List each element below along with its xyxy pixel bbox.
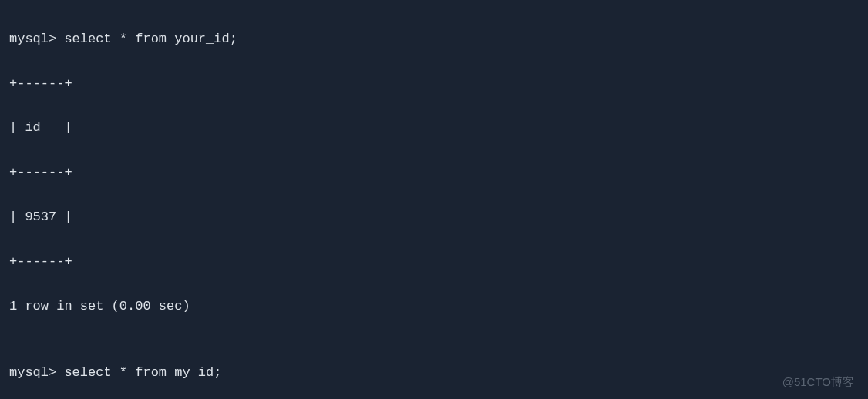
terminal-line: | 9537 | <box>9 206 859 229</box>
terminal-line: +------+ <box>9 73 859 96</box>
terminal-line: 1 row in set (0.00 sec) <box>9 296 859 318</box>
terminal-output: mysql> select * from your_id; +------+ |… <box>9 6 859 399</box>
terminal-line: mysql> select * from my_id; <box>9 362 859 384</box>
terminal-line: mysql> select * from your_id; <box>9 28 859 51</box>
terminal-line: +------+ <box>9 162 859 184</box>
terminal-line: +------+ <box>9 251 859 273</box>
watermark-text: @51CTO博客 <box>782 372 854 392</box>
terminal-line: | id | <box>9 117 859 139</box>
